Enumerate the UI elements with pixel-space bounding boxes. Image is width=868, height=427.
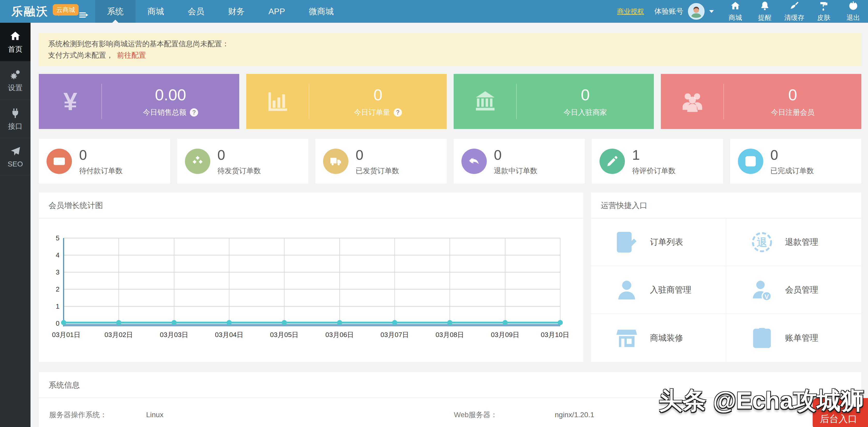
avatar[interactable] [688,3,705,20]
member-growth-panel: 会员增长统计图 [39,193,583,362]
watermark-text: 头条 @Echa攻城狮 [659,385,864,417]
yen-icon: ¥ [63,87,77,116]
svg-text:V: V [765,293,769,300]
order-card-refunding[interactable]: 0 退款中订单数 [454,139,585,184]
svg-text:0: 0 [56,320,60,327]
quick-link-shop-decorate[interactable]: 商城装修 [591,314,726,362]
goto-config-link[interactable]: 前往配置 [117,51,146,59]
nav-action-clear-cache[interactable]: 清缓存 [779,1,809,22]
quick-link-refund[interactable]: 退 退款管理 [726,219,862,266]
warning-line1: 系统检测到您有影响商城运营的基本配置信息尚未配置： [48,38,852,50]
svg-text:¥: ¥ [757,337,761,347]
svg-text:2: 2 [56,285,60,293]
webserver-label: Web服务器： [454,410,555,420]
order-card-unpaid[interactable]: 0 待付款订单数 [39,139,170,184]
cubes-icon [191,155,204,168]
svg-text:03月06日: 03月06日 [326,331,354,338]
quick-link-bill[interactable]: ¥ 账单管理 [726,314,862,362]
panel-title: 会员增长统计图 [39,193,583,219]
users-icon [680,89,705,114]
stat-card-merchants: 0 今日入驻商家 [454,74,654,129]
paper-plane-icon [9,146,21,157]
line-chart: 5 4 3 2 1 0 03月01日 03月02日 03月03日 03月04日 … [48,233,575,348]
tab-micromall[interactable]: 微商城 [297,0,345,23]
refund-icon: 退 [750,230,774,254]
stat-card-sales: ¥ 0.00 今日销售总额? [39,74,239,129]
svg-text:03月07日: 03月07日 [380,331,409,338]
pencil-icon [606,155,619,168]
sidebar-item-api[interactable]: 接口 [0,100,31,138]
reply-icon [468,155,480,168]
sidebar-item-seo[interactable]: SEO [0,138,31,175]
quick-link-order-list[interactable]: 订单列表 [591,219,726,266]
order-card-to-review[interactable]: 1 待评价订单数 [592,139,723,184]
paint-icon [818,1,829,11]
gears-icon [9,69,21,80]
svg-text:03月10日: 03月10日 [541,331,569,338]
tab-system[interactable]: 系统 [95,0,135,23]
menu-toggle-icon[interactable] [79,11,87,19]
plug-icon [9,107,21,119]
help-icon[interactable]: ? [190,108,198,117]
account-name[interactable]: 体验账号 [654,6,683,16]
svg-text:03月04日: 03月04日 [215,331,243,338]
order-card-shipped[interactable]: 0 已发货订单数 [315,139,447,184]
tab-app[interactable]: APP [256,0,297,23]
app-logo: 乐融沃 [11,4,49,19]
svg-text:1: 1 [56,302,60,310]
home-icon [9,31,21,42]
home-icon [730,1,741,11]
avatar-image [688,4,704,19]
svg-text:4: 4 [56,251,60,259]
svg-text:3: 3 [56,268,60,276]
x-tick-labels: 03月01日 03月02日 03月03日 03月04日 03月05日 03月06… [52,331,569,338]
today-stats-row: ¥ 0.00 今日销售总额? 0 今日订单量? 0 今日入驻商家 [39,74,861,129]
shop-decorate-icon [615,326,639,350]
navbar-right: 商业授权 体验账号 商城 提醒 清缓存 皮肤 [617,0,868,23]
quick-link-member[interactable]: V 会员管理 [726,266,862,314]
warning-line2: 支付方式尚未配置，前往配置 [48,50,852,61]
order-card-completed[interactable]: 0 已完成订单数 [730,139,862,184]
svg-text:03月03日: 03月03日 [160,331,188,338]
bell-icon [760,1,770,11]
truck-icon [329,155,342,168]
tab-mall[interactable]: 商城 [135,0,176,23]
order-list-icon [615,230,639,254]
svg-text:03月09日: 03月09日 [491,331,519,338]
nav-action-remind[interactable]: 提醒 [750,1,779,22]
config-warning-banner: 系统检测到您有影响商城运营的基本配置信息尚未配置： 支付方式尚未配置，前往配置 [39,33,861,66]
panels-row: 会员增长统计图 [39,193,861,362]
logo-badge: 云商城 [53,4,79,15]
nav-action-mall[interactable]: 商城 [720,1,750,22]
nav-action-skin[interactable]: 皮肤 [809,1,838,22]
member-icon: V [750,278,774,302]
license-link[interactable]: 商业授权 [617,7,644,16]
svg-text:03月08日: 03月08日 [436,331,464,338]
sidebar-item-home[interactable]: 首页 [0,23,31,61]
tab-member[interactable]: 会员 [176,0,216,23]
stat-value: 0 [788,86,797,104]
chevron-down-icon[interactable] [709,10,714,15]
stat-value: 0 [581,86,590,104]
merchant-icon [615,278,639,302]
stat-card-orders: 0 今日订单量? [246,74,447,129]
nav-action-logout[interactable]: 退出 [838,1,868,22]
main-menu: 系统 商城 会员 财务 APP 微商城 [95,0,345,23]
quick-entry-grid: 订单列表 退 退款管理 入驻商管理 [591,219,861,362]
os-label: 服务器操作系统： [49,410,146,420]
svg-text:03月05日: 03月05日 [270,331,299,338]
os-value: Linux [146,411,454,419]
panel-title: 运营快捷入口 [591,193,861,219]
help-icon[interactable]: ? [394,108,402,117]
quick-link-merchant[interactable]: 入驻商管理 [591,266,726,314]
tab-finance[interactable]: 财务 [216,0,256,23]
stat-card-members: 0 今日注册会员 [661,74,861,129]
bill-icon: ¥ [750,326,774,350]
sidebar-item-settings[interactable]: 设置 [0,61,31,100]
logo-area: 乐融沃 云商城 [0,0,95,23]
power-icon [848,1,859,11]
member-growth-chart: 5 4 3 2 1 0 03月01日 03月02日 03月03日 03月04日 … [39,219,583,348]
order-card-to-ship[interactable]: 0 待发货订单数 [177,139,309,184]
order-stats-row: 0 待付款订单数 0 待发货订单数 0 已发货订单数 [39,139,861,184]
quick-entry-panel: 运营快捷入口 订单列表 退 [591,193,861,362]
